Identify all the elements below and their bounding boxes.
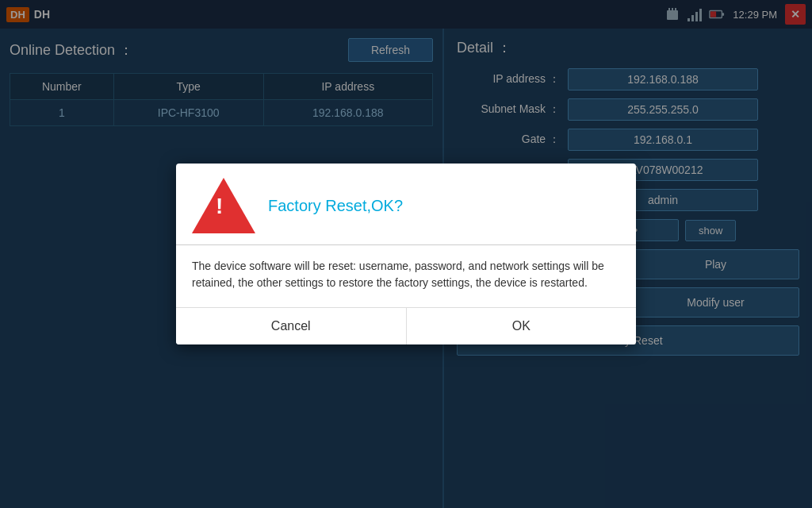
dialog-footer: Cancel OK [176,307,636,344]
confirm-dialog: Factory Reset,OK? The device software wi… [176,164,636,344]
warning-icon [192,178,255,233]
cancel-button[interactable]: Cancel [176,308,407,344]
modal-overlay: Factory Reset,OK? The device software wi… [0,0,812,508]
dialog-title: Factory Reset,OK? [268,197,403,215]
ok-button[interactable]: OK [407,308,637,344]
dialog-body: The device software will be reset: usern… [176,245,636,307]
dialog-header: Factory Reset,OK? [176,164,636,245]
